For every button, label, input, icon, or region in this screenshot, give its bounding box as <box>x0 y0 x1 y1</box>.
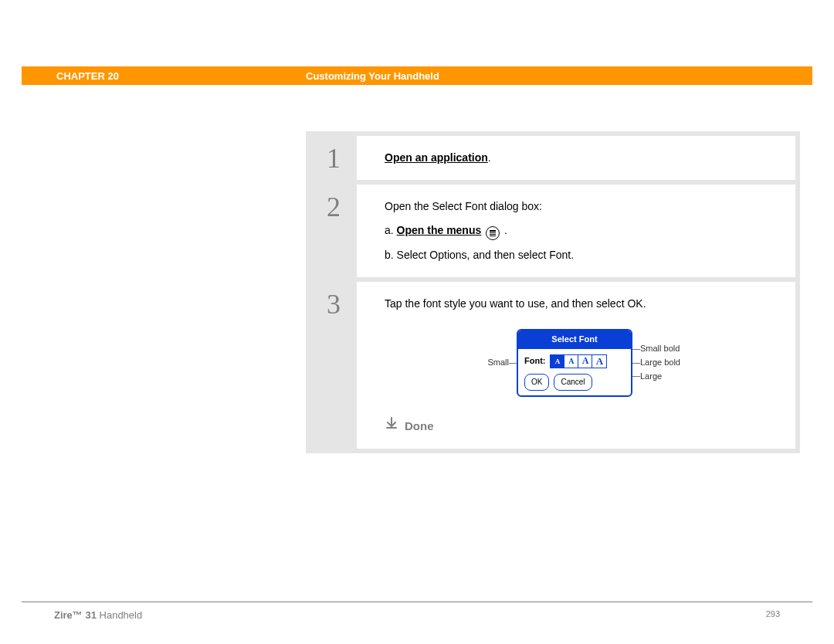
step-row: 3 Tap the font style you want to use, an… <box>310 282 795 449</box>
callout-large-bold: Large bold <box>640 356 710 370</box>
done-label: Done <box>405 415 434 436</box>
font-option-large-bold[interactable]: A <box>592 355 606 368</box>
select-font-dialog: Select Font Font: A A A A OK <box>517 329 632 397</box>
chapter-title: Customizing Your Handheld <box>306 70 439 82</box>
footer-rule <box>22 602 812 602</box>
step-lead-text: Tap the font style you want to use, and … <box>385 294 780 314</box>
callouts-right: Small bold Large bold Large <box>640 342 710 383</box>
cancel-button[interactable]: Cancel <box>554 374 592 391</box>
open-menus-link[interactable]: Open the menus <box>397 224 482 236</box>
svg-rect-1 <box>490 232 496 233</box>
font-options: A A A A <box>550 354 607 368</box>
step-number: 2 <box>327 191 341 223</box>
step-body: Open an application. <box>357 136 795 180</box>
menu-icon <box>486 226 500 240</box>
chapter-label: CHAPTER 20 <box>56 70 119 82</box>
callout-small: Small <box>455 355 509 371</box>
product-rest: Handheld <box>97 609 142 621</box>
step-number-cell: 1 <box>310 136 357 180</box>
substep-a: a. Open the menus . <box>385 221 780 240</box>
done-indicator: Done <box>385 415 780 436</box>
svg-rect-0 <box>490 230 496 232</box>
steps-panel: 1 Open an application. 2 Open the Select… <box>306 131 800 453</box>
ok-button[interactable]: OK <box>524 374 549 391</box>
step-number-cell: 3 <box>310 282 357 449</box>
page-header: CHAPTER 20 Customizing Your Handheld <box>22 66 812 85</box>
font-option-large[interactable]: A <box>578 355 592 368</box>
step-body: Tap the font style you want to use, and … <box>357 282 795 449</box>
step-number: 3 <box>327 288 341 320</box>
svg-rect-2 <box>490 234 496 235</box>
page-footer: Zire™ 31 Handheld 293 <box>54 609 780 621</box>
step-lead-text: Open the Select Font dialog box: <box>385 197 780 216</box>
product-bold: Zire™ 31 <box>54 609 97 621</box>
step-body: Open the Select Font dialog box: a. Open… <box>357 185 795 277</box>
dialog-buttons: OK Cancel <box>524 374 625 391</box>
step-number-cell: 2 <box>310 185 357 277</box>
font-label: Font: <box>524 354 545 369</box>
dialog-title: Select Font <box>518 330 631 349</box>
text: a. <box>385 224 397 236</box>
step-number: 1 <box>327 142 341 175</box>
substep-b: b. Select Options, and then select Font. <box>385 246 780 265</box>
text: . <box>501 224 507 236</box>
callout-small-bold: Small bold <box>640 342 710 356</box>
svg-rect-3 <box>490 236 496 236</box>
font-option-small-bold[interactable]: A <box>564 355 578 368</box>
open-application-link[interactable]: Open an application <box>385 151 488 164</box>
text: . <box>488 151 491 164</box>
step-row: 1 Open an application. <box>310 136 795 180</box>
done-arrow-icon <box>385 415 398 436</box>
product-name: Zire™ 31 Handheld <box>54 609 142 621</box>
font-option-small[interactable]: A <box>551 355 564 368</box>
font-row: Font: A A A A <box>524 354 625 369</box>
step-row: 2 Open the Select Font dialog box: a. Op… <box>310 185 795 277</box>
page-number: 293 <box>766 609 780 621</box>
dialog-illustration: Small Select Font Font: A A A A <box>385 329 780 397</box>
callout-large: Large <box>640 370 710 384</box>
